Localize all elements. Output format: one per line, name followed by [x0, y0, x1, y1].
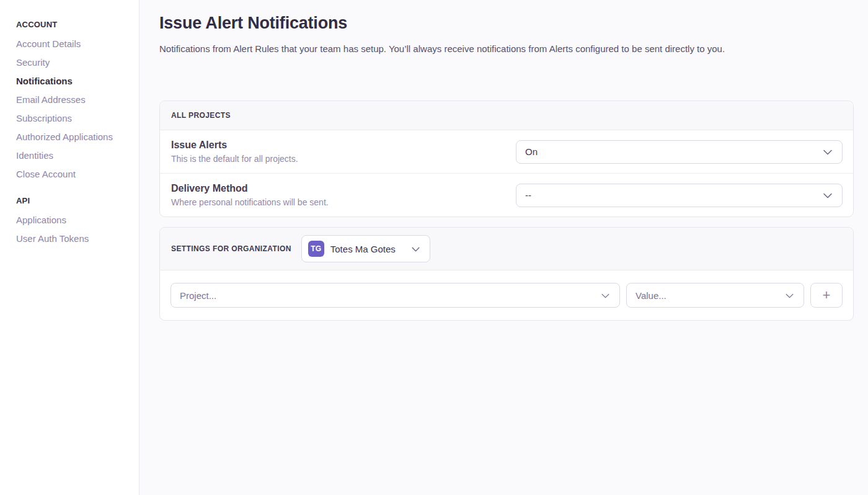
project-filter-row: Project... Value... +: [160, 270, 853, 320]
organization-settings-card: SETTINGS FOR ORGANIZATION TG Totes Ma Go…: [159, 227, 854, 321]
issue-alerts-subtitle: This is the default for all projects.: [171, 154, 298, 164]
delivery-method-row: Delivery Method Where personal notificat…: [160, 173, 853, 216]
sidebar-item-authorized-applications[interactable]: Authorized Applications: [16, 132, 128, 142]
delivery-method-select[interactable]: --: [516, 184, 843, 207]
main-content: Issue Alert Notifications Notifications …: [140, 0, 868, 495]
issue-alerts-select-value: On: [525, 146, 538, 157]
sidebar-item-account-details[interactable]: Account Details: [16, 38, 128, 49]
value-select-placeholder: Value...: [636, 290, 666, 301]
issue-alerts-title: Issue Alerts: [171, 140, 298, 151]
value-select[interactable]: Value...: [626, 283, 804, 308]
sidebar-item-identities[interactable]: Identities: [16, 150, 128, 161]
project-select-placeholder: Project...: [180, 290, 216, 301]
chevron-down-icon: [412, 243, 420, 254]
plus-icon: +: [823, 288, 831, 302]
organization-card-header: SETTINGS FOR ORGANIZATION TG Totes Ma Go…: [160, 228, 853, 270]
sidebar-header-account: ACCOUNT: [16, 20, 128, 29]
delivery-method-labels: Delivery Method Where personal notificat…: [171, 183, 329, 207]
sidebar-item-applications[interactable]: Applications: [16, 215, 128, 225]
issue-alerts-row: Issue Alerts This is the default for all…: [160, 130, 853, 173]
delivery-method-select-value: --: [525, 190, 531, 200]
app-root: ACCOUNT Account Details Security Notific…: [0, 0, 868, 495]
chevron-down-icon: [823, 190, 832, 201]
chevron-down-icon: [601, 290, 609, 301]
organization-name: Totes Ma Gotes: [330, 244, 396, 254]
sidebar-item-security[interactable]: Security: [16, 57, 128, 68]
chevron-down-icon: [823, 146, 832, 158]
page-title: Issue Alert Notifications: [159, 14, 854, 33]
delivery-method-title: Delivery Method: [171, 183, 329, 194]
delivery-method-subtitle: Where personal notifications will be sen…: [171, 197, 329, 207]
organization-header-label: SETTINGS FOR ORGANIZATION: [171, 244, 291, 253]
sidebar-section-api: API Applications User Auth Tokens: [16, 196, 128, 244]
page-description: Notifications from Alert Rules that your…: [159, 43, 854, 55]
organization-select[interactable]: TG Totes Ma Gotes: [301, 235, 430, 262]
sidebar-item-subscriptions[interactable]: Subscriptions: [16, 113, 128, 123]
project-select[interactable]: Project...: [170, 283, 620, 308]
sidebar-section-account: ACCOUNT Account Details Security Notific…: [16, 20, 128, 179]
organization-avatar: TG: [308, 241, 324, 257]
sidebar-item-user-auth-tokens[interactable]: User Auth Tokens: [16, 233, 128, 244]
issue-alerts-select[interactable]: On: [516, 140, 843, 164]
add-override-button[interactable]: +: [810, 283, 843, 308]
issue-alerts-labels: Issue Alerts This is the default for all…: [171, 140, 298, 164]
sidebar-item-email-addresses[interactable]: Email Addresses: [16, 94, 128, 105]
all-projects-card-header: ALL PROJECTS: [160, 101, 853, 130]
sidebar-item-close-account[interactable]: Close Account: [16, 169, 128, 179]
chevron-down-icon: [786, 290, 794, 301]
sidebar-header-api: API: [16, 196, 128, 205]
settings-sidebar: ACCOUNT Account Details Security Notific…: [0, 0, 140, 495]
all-projects-card: ALL PROJECTS Issue Alerts This is the de…: [159, 100, 854, 217]
sidebar-item-notifications[interactable]: Notifications: [16, 76, 128, 86]
